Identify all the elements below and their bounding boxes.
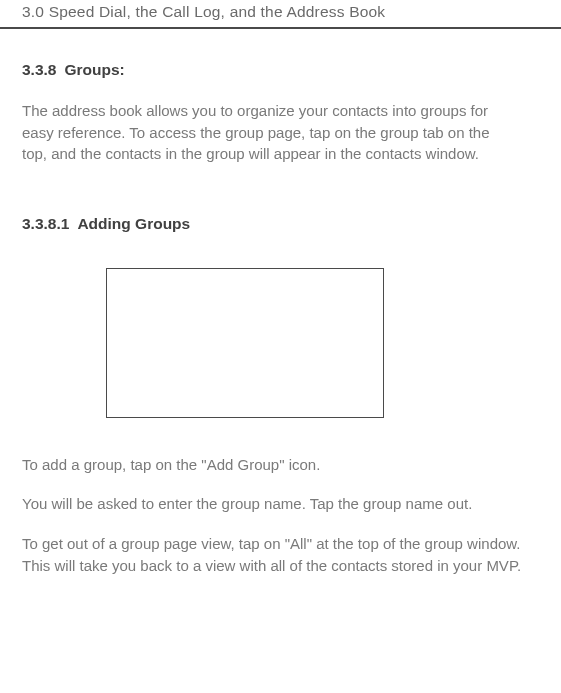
- section-3-3-8-1-paragraph-3: To get out of a group page view, tap on …: [22, 533, 522, 577]
- section-number: 3.3.8: [22, 61, 56, 78]
- section-heading-3-3-8: 3.3.8Groups:: [22, 59, 539, 81]
- section-3-3-8-1-paragraph-2: You will be asked to enter the group nam…: [22, 493, 522, 515]
- subsection-title: Adding Groups: [77, 215, 190, 232]
- document-page: 3.0 Speed Dial, the Call Log, and the Ad…: [0, 0, 561, 693]
- section-3-3-8-paragraph: The address book allows you to organize …: [22, 100, 502, 165]
- figure-placeholder: [106, 268, 384, 418]
- subsection-number: 3.3.8.1: [22, 215, 69, 232]
- running-header: 3.0 Speed Dial, the Call Log, and the Ad…: [0, 0, 561, 29]
- section-heading-3-3-8-1: 3.3.8.1Adding Groups: [22, 213, 539, 235]
- section-3-3-8-1-paragraph-1: To add a group, tap on the "Add Group" i…: [22, 454, 522, 476]
- section-title: Groups:: [64, 61, 124, 78]
